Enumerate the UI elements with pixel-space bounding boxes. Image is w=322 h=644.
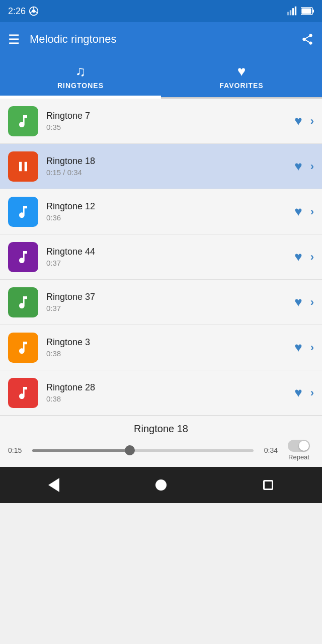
signal-icon [287, 6, 297, 16]
list-item[interactable]: Ringtone 44 0:37 ♥ › [0, 234, 322, 280]
list-item[interactable]: Ringtone 18 0:15 / 0:34 ♥ › [0, 144, 322, 189]
svg-rect-10 [313, 10, 314, 13]
player-title: Ringtone 18 [8, 423, 314, 435]
menu-button[interactable]: ☰ [8, 32, 20, 47]
app-title: Melodic ringtones [30, 33, 301, 46]
list-item[interactable]: Ringtone 3 0:38 ♥ › [0, 325, 322, 370]
details-button[interactable]: › [310, 341, 314, 354]
repeat-label: Repeat [288, 453, 309, 461]
ringtone-duration: 0:37 [46, 259, 294, 267]
list-item[interactable]: Ringtone 28 0:38 ♥ › [0, 370, 322, 416]
ringtone-info-3: Ringtone 3 0:38 [46, 337, 294, 358]
status-left: 2:26 [8, 6, 39, 17]
tabs-indicator-left [0, 97, 161, 99]
player-bar: Ringtone 18 0:15 0:34 Repeat [0, 416, 322, 467]
ringtone-actions-28: ♥ › [294, 385, 314, 400]
ringtone-info-44: Ringtone 44 0:37 [46, 247, 294, 267]
ringtone-thumb-37 [8, 287, 38, 317]
player-thumb[interactable] [125, 445, 135, 455]
bottom-nav [0, 467, 322, 503]
svg-rect-7 [292, 8, 294, 15]
favorites-tab-icon: ♥ [237, 63, 246, 79]
ringtone-name: Ringtone 18 [46, 156, 294, 167]
ringtone-name: Ringtone 37 [46, 292, 294, 302]
ringtone-duration: 0:38 [46, 349, 294, 358]
ringtone-duration: 0:15 / 0:34 [46, 168, 294, 177]
ringtone-thumb-44 [8, 242, 38, 272]
status-bar: 2:26 [0, 0, 322, 22]
favorite-button[interactable]: ♥ [294, 340, 302, 355]
music-note-icon [15, 249, 31, 265]
ringtone-duration: 0:35 [46, 123, 294, 131]
ringtones-tab-icon: ♫ [75, 63, 86, 79]
ringtone-name: Ringtone 44 [46, 247, 294, 257]
ringtone-duration: 0:38 [46, 394, 294, 403]
svg-rect-8 [295, 7, 296, 16]
favorite-button[interactable]: ♥ [294, 113, 302, 129]
list-item[interactable]: Ringtone 7 0:35 ♥ › [0, 99, 322, 144]
home-button[interactable] [148, 472, 174, 498]
tabs-indicator [0, 97, 322, 99]
music-note-icon [15, 113, 31, 129]
repeat-toggle[interactable] [288, 440, 310, 452]
ringtone-info-37: Ringtone 37 0:37 [46, 292, 294, 312]
player-track [32, 449, 254, 452]
back-button[interactable] [41, 472, 66, 498]
svg-rect-11 [302, 9, 311, 14]
svg-line-3 [35, 12, 37, 13]
ringtone-thumb-7 [8, 106, 38, 136]
favorite-button[interactable]: ♥ [294, 385, 302, 400]
repeat-container: Repeat [284, 440, 314, 461]
favorite-button[interactable]: ♥ [294, 249, 302, 265]
ringtone-thumb-3 [8, 333, 38, 363]
ringtone-thumb-12 [8, 197, 38, 227]
details-button[interactable]: › [310, 251, 314, 264]
details-button[interactable]: › [310, 205, 314, 218]
ringtone-info-7: Ringtone 7 0:35 [46, 111, 294, 131]
ringtone-actions-3: ♥ › [294, 340, 314, 355]
recents-icon [263, 480, 273, 490]
ringtone-thumb-18 [8, 151, 38, 182]
ringtones-tab-label: RINGTONES [57, 82, 104, 90]
tab-ringtones[interactable]: ♫ RINGTONES [0, 56, 161, 96]
player-total-time: 0:34 [260, 446, 278, 454]
ringtone-list: Ringtone 7 0:35 ♥ › Ringtone 18 0:15 / 0… [0, 99, 322, 416]
status-right [287, 6, 314, 16]
ringtone-actions-12: ♥ › [294, 204, 314, 219]
chrome-icon [29, 6, 39, 16]
share-button[interactable] [301, 33, 314, 46]
list-item[interactable]: Ringtone 12 0:36 ♥ › [0, 189, 322, 234]
details-button[interactable]: › [310, 386, 314, 399]
ringtone-duration: 0:36 [46, 213, 294, 222]
details-button[interactable]: › [310, 296, 314, 309]
ringtone-duration: 0:37 [46, 304, 294, 312]
ringtone-actions-18: ♥ › [294, 158, 314, 174]
svg-rect-5 [287, 12, 289, 16]
tab-favorites[interactable]: ♥ FAVORITES [161, 56, 322, 96]
ringtone-name: Ringtone 3 [46, 337, 294, 348]
music-note-icon [15, 385, 31, 401]
music-note-icon [15, 204, 31, 220]
favorite-button[interactable]: ♥ [294, 158, 302, 174]
music-note-icon [15, 340, 31, 356]
home-icon [155, 479, 167, 491]
details-button[interactable]: › [310, 160, 314, 173]
favorites-tab-label: FAVORITES [219, 82, 263, 90]
app-bar: ☰ Melodic ringtones [0, 22, 322, 56]
status-time: 2:26 [8, 6, 26, 17]
ringtone-actions-7: ♥ › [294, 113, 314, 129]
ringtone-thumb-28 [8, 378, 38, 408]
details-button[interactable]: › [310, 115, 314, 128]
player-slider[interactable] [32, 445, 254, 455]
favorite-button[interactable]: ♥ [294, 294, 302, 310]
ringtone-info-28: Ringtone 28 0:38 [46, 382, 294, 403]
list-item[interactable]: Ringtone 37 0:37 ♥ › [0, 280, 322, 325]
recents-button[interactable] [256, 472, 281, 498]
battery-icon [301, 7, 314, 15]
back-icon [48, 478, 59, 492]
ringtone-name: Ringtone 7 [46, 111, 294, 121]
music-note-icon [15, 294, 31, 310]
player-fill [32, 449, 130, 452]
favorite-button[interactable]: ♥ [294, 204, 302, 219]
ringtone-info-12: Ringtone 12 0:36 [46, 201, 294, 222]
